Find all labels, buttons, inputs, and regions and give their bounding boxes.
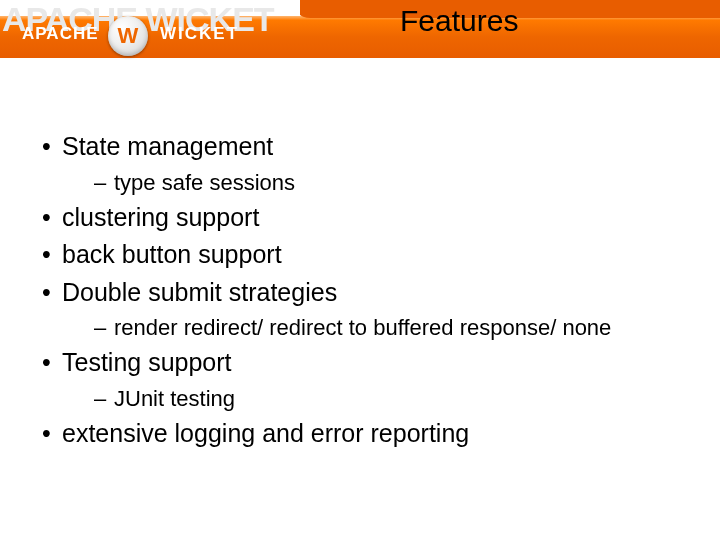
sub-list-item-text: JUnit testing [114, 386, 235, 411]
sub-list-item-text: render redirect/ redirect to buffered re… [114, 315, 611, 340]
sub-list-item: JUnit testing [92, 382, 684, 415]
list-item: extensive logging and error reporting [36, 415, 684, 453]
list-item: clustering support [36, 199, 684, 237]
list-item-text: Testing support [62, 348, 232, 376]
list-item: back button support [36, 236, 684, 274]
list-item: State management type safe sessions [36, 128, 684, 199]
brand-apache-text: APACHE [22, 24, 99, 44]
slide-content: State management type safe sessions clus… [0, 72, 720, 452]
sub-list-item: type safe sessions [92, 166, 684, 199]
brand-wicket-text: WICKET [160, 24, 239, 44]
sub-bullet-list: render redirect/ redirect to buffered re… [62, 311, 684, 344]
list-item: Testing support JUnit testing [36, 344, 684, 415]
brand-emblem-icon: W [108, 16, 148, 56]
list-item-text: extensive logging and error reporting [62, 419, 469, 447]
list-item-text: Double submit strategies [62, 278, 337, 306]
list-item-text: clustering support [62, 203, 259, 231]
bullet-list: State management type safe sessions clus… [36, 128, 684, 452]
sub-list-item: render redirect/ redirect to buffered re… [92, 311, 684, 344]
slide-header: APACHE WICKET APACHE W WICKET Features [0, 0, 720, 72]
list-item: Double submit strategies render redirect… [36, 274, 684, 345]
list-item-text: State management [62, 132, 273, 160]
slide-title: Features [400, 4, 518, 38]
sub-bullet-list: type safe sessions [62, 166, 684, 199]
list-item-text: back button support [62, 240, 282, 268]
sub-list-item-text: type safe sessions [114, 170, 295, 195]
sub-bullet-list: JUnit testing [62, 382, 684, 415]
emblem-glyph: W [118, 23, 139, 49]
